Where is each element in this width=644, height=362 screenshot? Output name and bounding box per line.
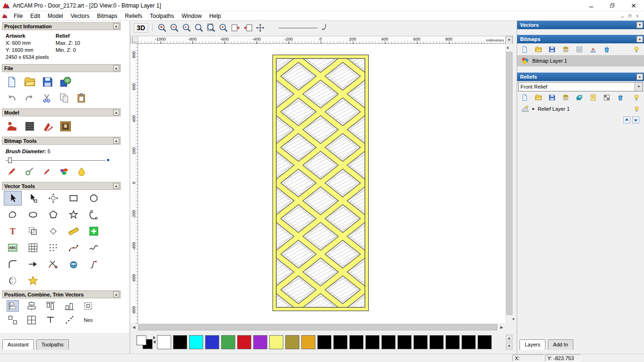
open-folder-icon[interactable]	[24, 76, 36, 88]
zoom-out-icon[interactable]	[169, 23, 180, 33]
polygon-icon[interactable]	[44, 207, 62, 222]
palette-swatch[interactable]	[205, 335, 219, 349]
palette-swatch[interactable]	[429, 335, 444, 349]
zoom-previous-icon[interactable]	[182, 23, 192, 33]
smooth-polyline-icon[interactable]	[85, 240, 103, 255]
section-header-model[interactable]: Model ▲	[2, 108, 121, 116]
palette-swatch[interactable]	[446, 335, 460, 349]
align-bottom-icon[interactable]	[63, 300, 75, 312]
palette-swatch[interactable]	[462, 335, 476, 349]
zoom-in-icon[interactable]	[157, 23, 167, 33]
rollup-arrow-icon[interactable]: ▲	[113, 23, 119, 29]
contrast-icon[interactable]: A	[589, 46, 597, 53]
horizontal-scrollbar[interactable]: ◀ ▶	[130, 323, 505, 331]
open-layer-icon[interactable]	[535, 94, 542, 101]
arc-icon[interactable]	[85, 207, 103, 222]
palette-swatch[interactable]	[269, 335, 283, 349]
relief-layer-row[interactable]: ▶ Relief Layer 1	[517, 103, 644, 115]
menu-bitmaps[interactable]: Bitmaps	[93, 12, 121, 20]
paste-icon[interactable]	[76, 93, 87, 103]
align-left-icon[interactable]	[7, 300, 19, 312]
scroll-thumb[interactable]	[138, 324, 497, 330]
fit-curve-icon[interactable]	[65, 240, 83, 255]
palette-swatch[interactable]	[478, 335, 492, 349]
palette-swatch[interactable]	[285, 335, 299, 349]
menu-toolpaths[interactable]: Toolpaths	[146, 12, 178, 20]
picture-icon[interactable]	[59, 120, 72, 132]
stamp-icon[interactable]	[41, 120, 54, 132]
measure-icon[interactable]	[65, 224, 83, 239]
reliefs-header[interactable]: Reliefs ▲	[517, 73, 644, 81]
move-layer-up-button[interactable]	[623, 116, 630, 123]
stack-layers-icon[interactable]	[562, 94, 570, 101]
rolldown-arrow-icon[interactable]: ▼	[636, 22, 643, 28]
bitmaps-header[interactable]: Bitmaps ▲	[517, 35, 644, 43]
teal-stack-icon[interactable]	[576, 94, 583, 101]
text-block-icon[interactable]: ABC	[4, 240, 22, 255]
expand-arrow-icon[interactable]: ▶	[532, 107, 535, 111]
toggle-all-icon[interactable]	[633, 94, 640, 101]
child-restore-button[interactable]	[626, 13, 634, 19]
rollup-arrow-icon[interactable]: ▲	[113, 291, 119, 297]
child-minimize-button[interactable]	[619, 13, 626, 19]
view-3d-button[interactable]: 3D	[134, 23, 148, 33]
save-layer-icon[interactable]	[548, 94, 556, 101]
zoom-object-icon[interactable]	[218, 23, 229, 33]
cut-icon[interactable]	[41, 93, 52, 103]
rollup-arrow-icon[interactable]: ▲	[113, 65, 119, 71]
texture-icon[interactable]	[24, 120, 36, 132]
menu-reliefs[interactable]: Reliefs	[121, 12, 146, 20]
palette-swatch[interactable]	[333, 335, 347, 349]
freeform-icon[interactable]	[4, 207, 22, 222]
zoom-extents-icon[interactable]	[206, 23, 216, 33]
delete-layer-icon[interactable]	[617, 94, 624, 101]
open-layer-icon[interactable]	[535, 46, 542, 53]
palette-swatch[interactable]	[173, 335, 187, 349]
menu-window[interactable]: Window	[178, 12, 206, 20]
fillet-icon[interactable]	[4, 257, 22, 272]
section-header-position-combine-trim[interactable]: Position, Combine, Trim Vectors ▲	[2, 290, 121, 298]
align-dots-icon[interactable]	[63, 314, 75, 326]
trim-icon[interactable]	[44, 257, 62, 272]
scroll-right-icon[interactable]: ▶	[498, 324, 505, 331]
align-small-icon[interactable]	[7, 314, 19, 326]
ruler-units-dropdown[interactable]: ▼	[505, 36, 513, 44]
star-icon[interactable]	[65, 207, 83, 222]
grid-icon[interactable]	[24, 240, 42, 255]
menu-edit[interactable]: Edit	[26, 12, 44, 20]
circle-icon[interactable]	[85, 191, 103, 206]
simulation-slider[interactable]	[279, 28, 317, 28]
section-header-file[interactable]: File ▲	[2, 64, 121, 72]
greyscale-icon[interactable]	[603, 94, 611, 101]
scroll-down-icon[interactable]: ▼	[510, 316, 517, 323]
child-close-button[interactable]	[634, 13, 641, 19]
menu-file[interactable]: File	[10, 12, 26, 20]
palette-swatch[interactable]	[413, 335, 428, 349]
draw-brush-icon[interactable]	[41, 166, 52, 177]
align-box-icon[interactable]	[82, 300, 94, 312]
scroll-up-icon[interactable]: ▲	[506, 45, 510, 49]
restore-button[interactable]	[602, 0, 623, 11]
text-icon[interactable]: T	[4, 224, 22, 239]
rollup-arrow-icon[interactable]: ▲	[113, 109, 119, 115]
merge-layer-icon[interactable]	[576, 46, 583, 53]
tab-toolpaths[interactable]: Toolpaths	[36, 339, 69, 350]
rollup-arrow-icon[interactable]: ▲	[636, 74, 643, 80]
rollup-arrow-icon[interactable]: ▲	[113, 183, 119, 189]
minimize-button[interactable]	[580, 0, 602, 11]
transfer-layer-icon[interactable]	[589, 94, 597, 101]
align-t-icon[interactable]	[44, 314, 57, 326]
vertical-scrollbar[interactable]: ▲ ▼	[505, 44, 513, 323]
new-layer-icon[interactable]	[521, 94, 528, 101]
align-center-icon[interactable]	[25, 300, 38, 312]
select-icon[interactable]	[4, 191, 22, 206]
star-wizard-icon[interactable]	[24, 273, 42, 288]
import-model-icon[interactable]	[59, 76, 72, 88]
new-document-icon[interactable]	[6, 76, 18, 88]
flood-fill-icon[interactable]	[76, 166, 87, 177]
mirror-vectors-icon[interactable]	[4, 273, 22, 288]
primary-secondary-colour-selector[interactable]	[136, 335, 157, 350]
align-grid-icon[interactable]	[25, 314, 38, 326]
palette-swatch[interactable]	[253, 335, 267, 349]
tab-assistant[interactable]: Assistant	[2, 339, 34, 350]
